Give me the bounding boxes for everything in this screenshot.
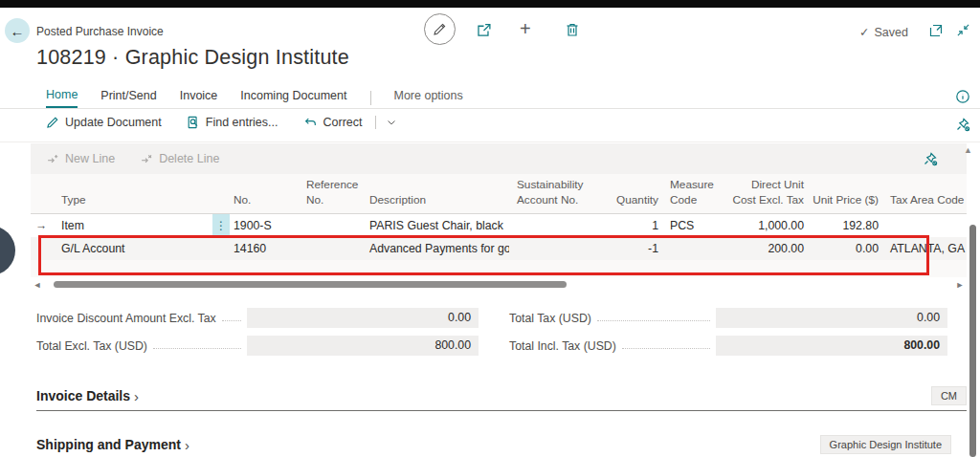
unpin-actionbar-button[interactable] (955, 117, 970, 132)
pencil-icon (46, 116, 59, 129)
col-quantity[interactable]: Quantity (605, 193, 662, 213)
cell-description[interactable]: PARIS Guest Chair, black (366, 219, 509, 232)
col-sustainability-account-no[interactable]: Sustainability Account No. (509, 178, 605, 213)
saved-label: Saved (874, 26, 907, 39)
check-icon: ✓ (859, 25, 869, 39)
horizontal-scroll-track[interactable] (44, 280, 953, 289)
cell-direct-unit-cost[interactable]: 200.00 (731, 242, 808, 255)
cell-quantity[interactable]: -1 (605, 242, 662, 255)
dotted-leader (622, 348, 710, 349)
scroll-right-icon[interactable]: ► (953, 280, 967, 290)
total-tax-label: Total Tax (USD) (509, 312, 591, 328)
undo-icon (303, 116, 318, 129)
total-excl-tax-field: Total Excl. Tax (USD) 800.00 (36, 336, 479, 356)
popout-button[interactable] (928, 23, 944, 38)
col-no[interactable]: No. (230, 193, 299, 213)
invoice-details-heading[interactable]: Invoice Details › (36, 388, 139, 404)
tabs-divider-line (0, 108, 980, 109)
invoice-discount-value[interactable]: 0.00 (247, 308, 479, 328)
cell-quantity[interactable]: 1 (605, 219, 662, 232)
invoice-discount-field: Invoice Discount Amount Excl. Tax 0.00 (36, 308, 479, 328)
tab-invoice[interactable]: Invoice (180, 89, 218, 107)
info-icon (955, 89, 970, 104)
back-arrow-icon: ← (11, 23, 25, 39)
cell-type[interactable]: Item (61, 219, 84, 232)
collapse-button[interactable] (956, 23, 970, 37)
total-excl-tax-label: Total Excl. Tax (USD) (36, 339, 147, 356)
tab-divider (370, 91, 371, 105)
pin-slash-icon (955, 117, 970, 132)
total-tax-field: Total Tax (USD) 0.00 (509, 308, 947, 328)
col-type[interactable]: Type (52, 193, 212, 213)
ellipsis-icon: ⋮ (215, 219, 227, 232)
cell-no[interactable]: 14160 (230, 242, 299, 255)
action-bar: Update Document Find entries... Correct (46, 116, 397, 129)
current-row-arrow-icon: → (31, 219, 52, 232)
invoice-details-badge[interactable]: CM (931, 386, 967, 405)
page-title: 108219 · Graphic Design Institute (36, 46, 349, 70)
tab-incoming-document[interactable]: Incoming Document (240, 89, 346, 107)
cell-description[interactable]: Advanced Payments for goods ... (366, 242, 509, 255)
correct-button[interactable]: Correct (303, 116, 398, 129)
grid-toolbar: New Line Delete Line (31, 143, 967, 174)
horizontal-scroll-thumb[interactable] (54, 281, 567, 288)
menu-tab-bar: Home Print/Send Invoice Incoming Documen… (46, 88, 463, 108)
edge-floating-button[interactable] (0, 226, 15, 275)
info-button[interactable] (955, 89, 970, 104)
cell-unit-price[interactable]: 0.00 (808, 242, 882, 255)
total-incl-tax-field: Total Incl. Tax (USD) 800.00 (509, 336, 947, 356)
find-entries-icon (187, 116, 200, 129)
row-menu-button[interactable]: ⋮ (212, 214, 230, 237)
total-excl-tax-value: 800.00 (247, 336, 479, 356)
invoice-discount-label: Invoice Discount Amount Excl. Tax (36, 312, 216, 328)
tab-home[interactable]: Home (46, 88, 78, 108)
scroll-left-icon[interactable]: ◄ (31, 280, 44, 290)
more-options[interactable]: More options (394, 89, 463, 107)
total-tax-value: 0.00 (716, 308, 947, 328)
shipping-payment-heading[interactable]: Shipping and Payment › (36, 437, 189, 453)
new-button[interactable]: + (520, 18, 531, 40)
edit-button[interactable] (424, 13, 456, 45)
trash-icon (565, 22, 580, 37)
new-line-button[interactable]: New Line (46, 152, 115, 165)
share-button[interactable] (476, 22, 492, 38)
cell-unit-price[interactable]: 192.80 (808, 219, 882, 232)
pin-slash-icon (923, 151, 938, 166)
table-header-row: Type No. Item Reference No. Description … (31, 174, 967, 214)
total-incl-tax-value: 800.00 (716, 336, 947, 356)
table-row[interactable]: G/L Account 14160 Advanced Payments for … (31, 237, 967, 260)
cell-type[interactable]: G/L Account (52, 242, 212, 255)
col-description[interactable]: Description (366, 193, 509, 213)
back-button[interactable]: ← (5, 18, 30, 43)
split-divider (375, 116, 376, 129)
shipping-payment-section-header: Shipping and Payment › Graphic Design In… (36, 435, 967, 454)
col-direct-unit-cost[interactable]: Direct Unit Cost Excl. Tax (731, 178, 808, 213)
unpin-grid-button[interactable] (923, 151, 938, 166)
dotted-leader (597, 320, 710, 321)
lines-grid-panel: New Line Delete Line Type No. Item Refer… (31, 143, 967, 277)
share-icon (476, 22, 492, 38)
page-caption: Posted Purchase Invoice (36, 25, 164, 38)
delete-button[interactable] (565, 22, 580, 37)
scroll-up-icon[interactable]: ▲ (964, 145, 972, 155)
cell-direct-unit-cost[interactable]: 1,000.00 (731, 219, 808, 232)
pencil-icon (433, 22, 447, 36)
table-row[interactable]: → Item ⋮ 1900-S PARIS Guest Chair, black… (31, 214, 967, 237)
delete-line-button[interactable]: Delete Line (140, 152, 219, 165)
col-unit-price[interactable]: Unit Price ($) (808, 193, 882, 213)
tab-print-send[interactable]: Print/Send (100, 89, 156, 107)
total-incl-tax-label: Total Incl. Tax (USD) (509, 339, 616, 356)
cell-tax-area-code[interactable]: ATLANTA, GA (882, 242, 967, 255)
actionbar-divider-line (0, 141, 980, 142)
col-tax-area-code[interactable]: Tax Area Code (882, 193, 967, 213)
correct-dropdown-chevron[interactable] (386, 117, 397, 128)
cell-unit-of-measure-code[interactable]: PCS (670, 219, 694, 232)
update-document-button[interactable]: Update Document (46, 116, 162, 129)
find-entries-button[interactable]: Find entries... (187, 116, 278, 129)
horizontal-scrollbar[interactable]: ◄ ► (31, 278, 967, 291)
popout-icon (928, 23, 944, 38)
shipping-payment-badge[interactable]: Graphic Design Institute (820, 435, 951, 454)
cell-no[interactable]: 1900-S (234, 219, 272, 232)
plus-icon: + (520, 18, 531, 39)
vertical-scroll-thumb[interactable] (969, 225, 976, 457)
